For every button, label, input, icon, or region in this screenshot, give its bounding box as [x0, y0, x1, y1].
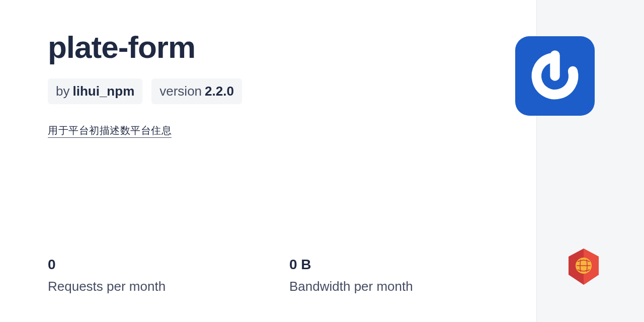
- requests-label: Requests per month: [48, 279, 259, 294]
- author-prefix: by: [56, 84, 69, 99]
- jsdelivr-badge-icon: [567, 248, 601, 286]
- package-description: 用于平台初描述数平台住息: [48, 124, 172, 138]
- requests-stat: 0 Requests per month: [48, 257, 259, 294]
- version-label: version: [159, 84, 202, 99]
- author-name: lihui_npm: [72, 84, 134, 99]
- package-title: plate-form: [48, 30, 489, 64]
- version-value: 2.2.0: [205, 84, 234, 99]
- bandwidth-label: Bandwidth per month: [289, 279, 501, 294]
- author-badge[interactable]: by lihui_npm: [48, 78, 142, 104]
- header-row: plate-form by lihui_npm version 2.2.0 用于…: [48, 30, 489, 138]
- badges-row: by lihui_npm version 2.2.0: [48, 78, 489, 104]
- requests-value: 0: [48, 257, 259, 273]
- version-badge[interactable]: version 2.2.0: [151, 78, 242, 104]
- title-block: plate-form by lihui_npm version 2.2.0 用于…: [48, 30, 489, 138]
- main-content: plate-form by lihui_npm version 2.2.0 用于…: [0, 0, 536, 322]
- bandwidth-value: 0 B: [289, 257, 501, 273]
- author-avatar[interactable]: [515, 36, 595, 116]
- bandwidth-stat: 0 B Bandwidth per month: [289, 257, 501, 294]
- stats-row: 0 Requests per month 0 B Bandwidth per m…: [48, 257, 489, 294]
- gravatar-icon: [528, 49, 582, 103]
